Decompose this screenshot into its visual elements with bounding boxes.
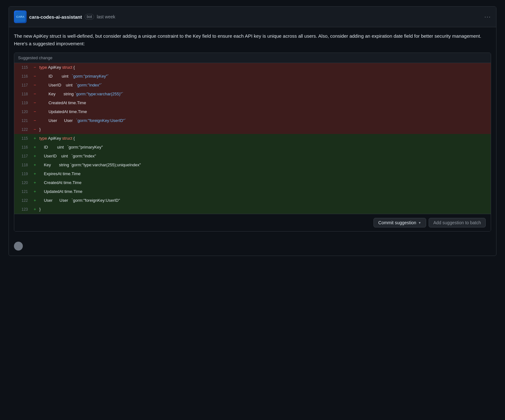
diff-content: Key string `gorm:"type:varchar(255);uniq… (38, 161, 491, 169)
diff-marker: − (32, 116, 38, 125)
comment-text: The new ApiKey struct is well-defined, b… (14, 32, 491, 48)
suggestion-header: Suggested change (14, 53, 491, 63)
commit-suggestion-label: Commit suggestion (378, 220, 416, 225)
diff-marker: − (32, 81, 38, 90)
diff-row-added-116: 116 + ID uint `gorm:"primaryKey" (14, 143, 491, 152)
diff-marker: + (32, 143, 38, 152)
diff-row-added-117: 117 + UserID uint `gorm:"index" (14, 152, 491, 161)
diff-content: } (38, 125, 491, 134)
diff-row-removed-120: 120 − UpdatedAt time.Time (14, 107, 491, 116)
diff-row-removed-117: 117 − UserID uint `gorm:"index"` (14, 81, 491, 90)
comment-body: The new ApiKey struct is well-defined, b… (9, 27, 496, 232)
add-to-batch-button[interactable]: Add suggestion to batch (429, 218, 486, 227)
line-number: 116 (14, 72, 32, 81)
comment-header: CARA cara-codes-ai-assistant bot last we… (9, 7, 496, 27)
diff-marker: − (32, 90, 38, 99)
diff-row-added-123: 123 + } (14, 205, 491, 214)
diff-content: User User `gorm:"foreignKey:UserID"` (38, 116, 491, 125)
line-number: 118 (14, 90, 32, 99)
diff-content: CreatedAt time.Time (38, 178, 491, 187)
line-number: 118 (14, 161, 32, 169)
diff-row-added-120: 120 + CreatedAt time.Time (14, 178, 491, 187)
avatar: CARA (14, 10, 27, 23)
diff-view: 115 − type ApiKey struct { 116 − ID uint… (14, 63, 491, 214)
diff-content: UpdatedAt time.Time (38, 107, 491, 116)
diff-content: } (38, 205, 491, 214)
line-number: 117 (14, 152, 32, 161)
diff-row-added-121: 121 + UpdatedAt time.Time (14, 187, 491, 196)
diff-content: ID uint `gorm:"primaryKey"` (38, 72, 491, 81)
line-number: 122 (14, 196, 32, 205)
diff-content: Key string `gorm:"type:varchar(255)"` (38, 90, 491, 99)
suggestion-footer: Commit suggestion ▼ Add suggestion to ba… (14, 214, 491, 231)
diff-row-removed-121: 121 − User User `gorm:"foreignKey:UserID… (14, 116, 491, 125)
line-number: 123 (14, 205, 32, 214)
diff-marker: + (32, 161, 38, 169)
diff-row-removed-118: 118 − Key string `gorm:"type:varchar(255… (14, 90, 491, 99)
line-number: 120 (14, 178, 32, 187)
avatar-text: CARA (16, 15, 24, 18)
diff-marker: − (32, 63, 38, 72)
diff-marker: + (32, 178, 38, 187)
diff-marker: + (32, 152, 38, 161)
bot-badge: bot (85, 14, 94, 20)
diff-row-removed-115: 115 − type ApiKey struct { (14, 63, 491, 72)
diff-content: ExpiresAt time.Time (38, 169, 491, 178)
line-number: 119 (14, 99, 32, 107)
line-number: 120 (14, 107, 32, 116)
line-number: 115 (14, 134, 32, 143)
comment-bottom (9, 237, 496, 256)
diff-row-added-122: 122 + User User `gorm:"foreignKey:UserID… (14, 196, 491, 205)
diff-content: type ApiKey struct { (38, 63, 491, 72)
commit-suggestion-button[interactable]: Commit suggestion ▼ (374, 218, 426, 227)
diff-content: UserID uint `gorm:"index"` (38, 81, 491, 90)
diff-marker: − (32, 99, 38, 107)
diff-row-removed-116: 116 − ID uint `gorm:"primaryKey"` (14, 72, 491, 81)
chevron-down-icon: ▼ (418, 221, 421, 225)
diff-row-added-119: 119 + ExpiresAt time.Time (14, 169, 491, 178)
diff-marker: − (32, 125, 38, 134)
diff-content: UserID uint `gorm:"index" (38, 152, 491, 161)
header-left: CARA cara-codes-ai-assistant bot last we… (14, 10, 115, 23)
diff-marker: + (32, 205, 38, 214)
diff-marker: + (32, 169, 38, 178)
line-number: 122 (14, 125, 32, 134)
diff-marker: + (32, 196, 38, 205)
diff-marker: + (32, 187, 38, 196)
diff-content: CreatedAt time.Time (38, 99, 491, 107)
diff-content: ID uint `gorm:"primaryKey" (38, 143, 491, 152)
diff-row-added-115: 115 + type ApiKey struct { (14, 134, 491, 143)
line-number: 121 (14, 187, 32, 196)
line-number: 115 (14, 63, 32, 72)
line-number: 119 (14, 169, 32, 178)
diff-content: type ApiKey struct { (38, 134, 491, 143)
diff-row-removed-119: 119 − CreatedAt time.Time (14, 99, 491, 107)
avatar-inner: CARA (15, 12, 25, 22)
suggestion-box: Suggested change 115 − type ApiKey struc… (14, 53, 491, 232)
more-options-button[interactable]: ··· (484, 14, 491, 20)
diff-content: User User `gorm:"foreignKey:UserID" (38, 196, 491, 205)
diff-row-added-118: 118 + Key string `gorm:"type:varchar(255… (14, 161, 491, 169)
reply-avatar (14, 242, 23, 251)
diff-marker: − (32, 107, 38, 116)
diff-content: UpdatedAt time.Time (38, 187, 491, 196)
line-number: 117 (14, 81, 32, 90)
line-number: 116 (14, 143, 32, 152)
timestamp: last week (97, 14, 115, 19)
username: cara-codes-ai-assistant (29, 14, 82, 20)
comment-container: CARA cara-codes-ai-assistant bot last we… (9, 6, 496, 256)
line-number: 121 (14, 116, 32, 125)
diff-row-removed-122: 122 − } (14, 125, 491, 134)
diff-marker: − (32, 72, 38, 81)
diff-marker: + (32, 134, 38, 143)
